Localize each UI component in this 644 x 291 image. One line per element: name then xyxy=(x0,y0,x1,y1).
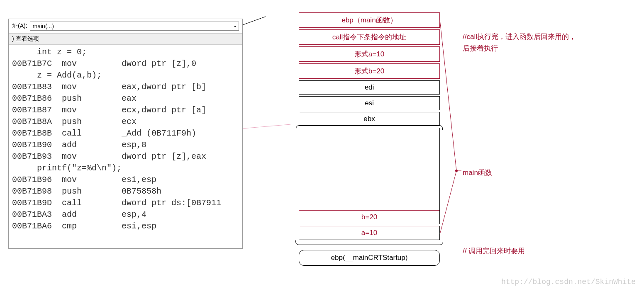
stack-cell-edi: edi xyxy=(299,80,440,95)
svg-line-0 xyxy=(243,17,266,25)
stack-cell-param-b: 形式b=20 xyxy=(299,63,440,79)
annotation-main-label: main函数 xyxy=(463,167,492,179)
stack-cell-b20: b=20 xyxy=(299,210,440,224)
code-header: 址(A): main(...) ▾ xyxy=(9,19,242,33)
chevron-down-icon: ▾ xyxy=(234,24,236,29)
svg-point-3 xyxy=(455,170,458,172)
stack-diagram: ebp（main函数） call指令下条指令的地址 形式a=10 形式b=20 … xyxy=(299,12,440,266)
disassembly-content: int z = 0; 00B71B7C mov dword ptr [z],0 … xyxy=(9,45,242,234)
stack-cell-ebp-main: ebp（main函数） xyxy=(299,12,440,28)
stack-cell-ebx: ebx xyxy=(299,112,440,126)
stack-cell-param-a: 形式a=10 xyxy=(299,46,440,62)
function-dropdown[interactable]: main(...) ▾ xyxy=(30,22,239,31)
stack-gap xyxy=(299,128,440,211)
stack-cell-esi: esi xyxy=(299,96,440,110)
dropdown-value: main(...) xyxy=(33,23,54,29)
svg-line-2 xyxy=(440,171,456,234)
view-options-label[interactable]: ) 查看选项 xyxy=(9,33,242,45)
stack-bottom-gap xyxy=(299,242,440,245)
address-label: 址(A): xyxy=(12,22,27,30)
stack-cell-a10: a=10 xyxy=(299,226,440,240)
svg-line-1 xyxy=(440,20,456,171)
code-panel: 址(A): main(...) ▾ ) 查看选项 int z = 0; 00B7… xyxy=(8,19,243,249)
annotation-return-note: // 调用完回来时要用 xyxy=(463,245,525,257)
stack-cell-ebp-startup: ebp(__mainCRTStartup) xyxy=(299,250,440,266)
annotation-call-note: //call执行完，进入函数后回来用的，后接着执行 xyxy=(463,31,579,54)
watermark: http://blog.csdn.net/SkinWhite xyxy=(501,278,636,286)
stack-cell-return-addr: call指令下条指令的地址 xyxy=(299,29,440,45)
